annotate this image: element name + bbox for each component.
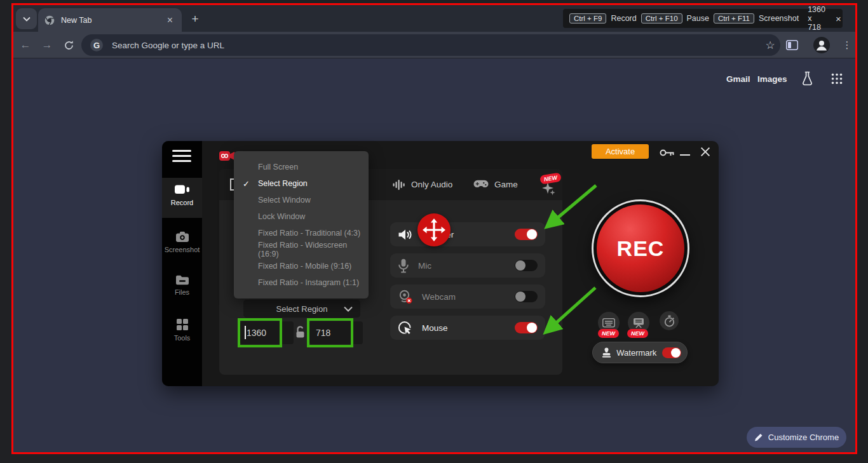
stopwatch-icon — [664, 315, 675, 327]
region-mode-select[interactable]: Select Region — [243, 300, 360, 318]
hotkey-bar-close-icon[interactable]: × — [834, 13, 843, 24]
profile-avatar[interactable] — [813, 37, 830, 56]
menu-item-ratio-traditional[interactable]: Fixed Ratio - Traditional (4:3) — [234, 225, 369, 241]
tab-game[interactable]: Game — [473, 169, 518, 200]
watermark-toggle[interactable] — [662, 347, 681, 358]
menu-item-label: Fixed Ratio - Widescreen (16:9) — [258, 241, 369, 258]
tab-close-icon[interactable]: × — [165, 15, 175, 25]
mic-toggle[interactable] — [515, 260, 538, 271]
pencil-icon — [754, 433, 763, 441]
screenshot-canvas: New Tab × + Ctrl + F9 Record Ctrl + F10 … — [0, 0, 868, 463]
images-link[interactable]: Images — [757, 74, 787, 84]
browser-toolbar: ← → G ☆ — [13, 32, 855, 58]
hotkey-pause-keycap: Ctrl + F10 — [641, 13, 682, 23]
height-input[interactable] — [309, 321, 363, 344]
speaker-icon — [398, 228, 413, 241]
browser-menu-button[interactable]: ⋮ — [839, 32, 855, 58]
hotkey-pause-label: Pause — [687, 14, 709, 23]
camera-icon — [175, 231, 189, 243]
width-input[interactable] — [240, 321, 294, 344]
folder-icon — [175, 274, 189, 285]
tab-title: New Tab — [61, 16, 165, 25]
minimize-icon — [680, 154, 690, 156]
recorder-logo-icon — [219, 150, 235, 164]
menu-item-select-window[interactable]: Select Window — [234, 192, 369, 208]
move-cursor-icon — [417, 213, 451, 246]
menu-item-label: Lock Window — [258, 212, 305, 221]
recorder-close-button[interactable] — [699, 145, 712, 158]
menu-item-lock-window[interactable]: Lock Window — [234, 208, 369, 225]
source-label: Mouse — [422, 323, 506, 333]
ai-sparkle-icon[interactable] — [541, 182, 557, 199]
address-bar[interactable]: G — [81, 34, 780, 56]
menu-item-label: Select Region — [258, 179, 308, 188]
hotkey-screenshot-keycap: Ctrl + F11 — [714, 13, 754, 23]
minimize-button[interactable] — [679, 149, 691, 161]
google-apps-button[interactable] — [831, 73, 843, 87]
hotkey-screenshot-label: Screenshot — [759, 14, 799, 23]
sidebar-item-record[interactable]: Record — [162, 178, 202, 218]
capture-resolution: 1360 x 718 — [808, 5, 825, 32]
apps-grid-icon — [831, 73, 843, 84]
aspect-lock-button[interactable] — [295, 325, 306, 341]
tab-label: Game — [494, 180, 518, 189]
browser-tab[interactable]: New Tab × — [38, 8, 182, 32]
new-badge: NEW — [598, 329, 619, 338]
speaker-toggle[interactable] — [515, 229, 538, 240]
mic-icon — [398, 258, 409, 273]
search-input[interactable] — [111, 40, 771, 51]
menu-item-ratio-mobile[interactable]: Fixed Ratio - Mobile (9:16) — [234, 258, 369, 274]
sidebar-item-screenshot[interactable]: Screenshot — [162, 225, 202, 258]
menu-item-label: Full Screen — [258, 163, 298, 171]
side-panel-button[interactable] — [786, 40, 798, 53]
mouse-click-icon — [398, 321, 413, 335]
sidebar-item-label: Tools — [174, 334, 191, 342]
menu-item-label: Fixed Ratio - Traditional (4:3) — [258, 229, 360, 238]
new-tab-button[interactable]: + — [186, 10, 204, 28]
customize-chrome-button[interactable]: Customize Chrome — [747, 427, 846, 448]
webcam-toggle[interactable] — [515, 291, 538, 302]
hotkey-record-keycap: Ctrl + F9 — [569, 13, 606, 23]
reload-button[interactable] — [59, 32, 78, 58]
chrome-favicon-icon — [44, 15, 55, 25]
forward-button[interactable]: → — [37, 32, 57, 58]
menu-item-full-screen[interactable]: Full Screen — [234, 159, 369, 175]
person-icon — [813, 37, 830, 53]
new-badge: NEW — [539, 173, 562, 185]
back-button[interactable]: ← — [16, 32, 35, 58]
new-badge: NEW — [627, 329, 648, 338]
license-key-button[interactable] — [660, 148, 675, 159]
watermark-control: Watermark — [592, 342, 688, 363]
menu-hamburger-icon[interactable] — [172, 150, 191, 165]
rec-button-label: REC — [597, 205, 684, 292]
rec-button[interactable]: REC — [592, 199, 689, 297]
bookmark-star-icon[interactable]: ☆ — [762, 32, 778, 58]
activate-button[interactable]: Activate — [592, 144, 649, 159]
flask-icon — [801, 71, 814, 86]
sidebar-item-tools[interactable]: Tools — [162, 312, 202, 348]
source-row-speaker: Speaker — [390, 222, 545, 246]
tab-label: Only Audio — [411, 180, 452, 189]
source-label: Mic — [418, 261, 506, 271]
timer-button[interactable] — [660, 311, 679, 330]
gmail-link[interactable]: Gmail — [726, 74, 750, 84]
screen-recorder-window: Record Screenshot Files — [162, 141, 719, 386]
recorder-hotkey-bar: Ctrl + F9 Record Ctrl + F10 Pause Ctrl +… — [563, 9, 843, 28]
tools-grid-icon — [176, 318, 189, 331]
menu-item-select-region[interactable]: ✓ Select Region — [234, 175, 369, 192]
menu-item-ratio-widescreen[interactable]: Fixed Ratio - Widescreen (16:9) — [234, 241, 369, 258]
side-panel-icon — [786, 40, 798, 50]
tab-search-button[interactable] — [16, 8, 37, 29]
tab-strip: New Tab × + Ctrl + F9 Record Ctrl + F10 … — [13, 5, 855, 32]
source-row-webcam: Webcam — [390, 285, 545, 309]
gamepad-icon — [473, 180, 489, 189]
region-mode-menu: Full Screen ✓ Select Region Select Windo… — [234, 151, 369, 299]
menu-item-ratio-instagram[interactable]: Fixed Ratio - Instagram (1:1) — [234, 274, 369, 291]
tab-only-audio[interactable]: Only Audio — [393, 169, 452, 200]
check-icon: ✓ — [243, 179, 250, 189]
labs-button[interactable] — [801, 71, 814, 88]
mouse-toggle[interactable] — [515, 322, 538, 333]
sidebar-item-files[interactable]: Files — [162, 269, 202, 302]
text-caret — [245, 326, 246, 339]
menu-item-label: Fixed Ratio - Mobile (9:16) — [258, 262, 351, 271]
